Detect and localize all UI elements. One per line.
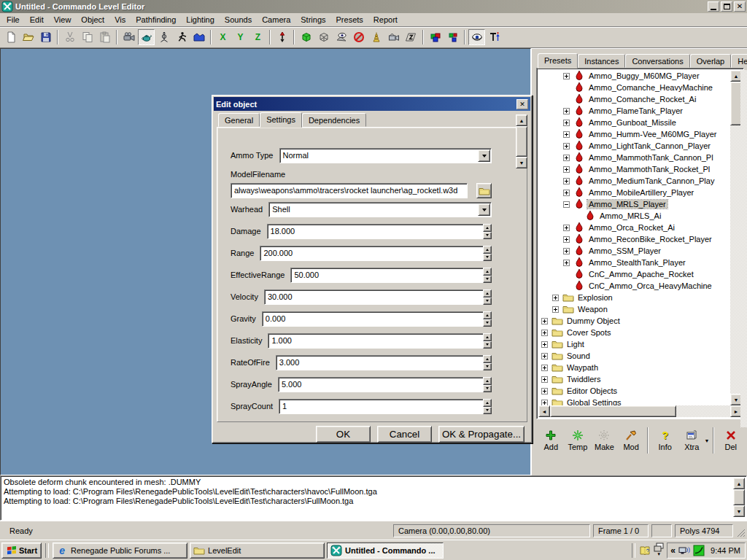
tree-item-cover-spots[interactable]: Cover Spots [538,327,730,338]
terrain-mesh-icon[interactable] [190,29,207,45]
spin-up-icon[interactable] [483,246,492,254]
spin-down-icon[interactable] [483,319,492,327]
dropdown-arrow-icon[interactable] [478,203,490,216]
axis-y-icon[interactable]: Y [232,29,249,45]
spin-down-icon[interactable] [483,276,492,284]
scroll-down-icon[interactable]: ▼ [516,157,527,168]
menu-pathfinding[interactable]: Pathfinding [131,14,181,26]
help-book-icon[interactable] [639,545,651,556]
spin-up-icon[interactable] [483,399,492,407]
tree-item-ammo-ssm-player[interactable]: Ammo_SSM_Player [538,245,730,257]
tree-item-ammo-comanche-heavymachine[interactable]: Ammo_Comanche_HeavyMachine [538,82,730,93]
browse-button[interactable] [476,183,492,198]
menu-lighting[interactable]: Lighting [181,14,220,26]
tree-item-ammo-orca-rocket-ai[interactable]: Ammo_Orca_Rocket_Ai [538,222,730,233]
expand-plus-icon[interactable] [563,236,573,243]
minimize-button[interactable] [708,1,719,12]
dialog-close-button[interactable]: ✕ [516,99,528,109]
expand-plus-icon[interactable] [541,376,551,383]
tree-item-weapon[interactable]: Weapon [538,303,730,315]
temp-button[interactable]: Temp [565,425,592,456]
render-teapot-icon[interactable] [138,29,155,45]
rateoffire-input[interactable]: 3.000 [276,355,483,370]
expand-plus-icon[interactable] [563,73,573,79]
info-button[interactable]: ?Info [651,425,678,456]
spin-down-icon[interactable] [483,254,492,262]
tree-item-waypath[interactable]: Waypath [538,362,730,373]
damage-input[interactable]: 18.000 [267,224,483,239]
warhead-combobox[interactable]: Shell [268,202,492,217]
text-markers-icon[interactable] [486,29,503,45]
tree-horizontal-scrollbar[interactable]: ◄ ► [538,405,742,417]
expand-plus-icon[interactable] [552,306,562,313]
camera-view-icon[interactable] [120,29,137,45]
wire-box-icon[interactable] [315,29,332,45]
tree-item-cnc-ammo-orca-heavymachine[interactable]: CnC_Ammo_Orca_HeavyMachine [538,280,730,292]
tree-item-ammo-stealthtank-player[interactable]: Ammo_StealthTank_Player [538,257,730,268]
expand-plus-icon[interactable] [552,295,562,301]
expand-plus-icon[interactable] [563,178,573,184]
xtra-dropdown-icon[interactable]: ▼ [704,438,711,443]
dialog-tab-dependencies[interactable]: Dependencies [302,113,366,127]
ammo-type-combobox[interactable]: Normal [279,148,492,163]
gravity-input[interactable]: 0.000 [262,311,483,327]
tree-item-explosion[interactable]: Explosion [538,292,730,303]
tray-collapse-button[interactable]: « [670,545,676,556]
expand-plus-icon[interactable] [563,108,573,114]
tab-instances[interactable]: Instances [578,54,625,68]
effectiverange-input[interactable]: 50.000 [290,268,483,283]
spin-down-icon[interactable] [483,298,492,306]
dialog-tab-general[interactable]: General [218,113,260,127]
menu-vis[interactable]: Vis [109,14,131,26]
ok-propagate-button[interactable]: OK & Propagate... [438,426,525,443]
object-palette-icon[interactable] [444,29,461,45]
menu-edit[interactable]: Edit [25,14,49,26]
menu-strings[interactable]: Strings [295,14,330,26]
tree-item-ammo-reconbike-rocket-player[interactable]: Ammo_ReconBike_Rocket_Player [538,233,730,245]
log-scrollbar[interactable]: ▲ ▼ [733,478,745,518]
cancel-button[interactable]: Cancel [377,426,432,443]
xtra-button[interactable]: Xtra [678,425,705,456]
open-file-icon[interactable] [20,29,36,45]
dialog-tab-settings[interactable]: Settings [260,112,302,128]
vis-points-icon[interactable] [333,29,349,45]
show-paths-icon[interactable] [468,29,485,45]
expand-plus-icon[interactable] [563,166,573,173]
expand-plus-icon[interactable] [541,341,551,348]
dialog-titlebar[interactable]: Edit object ✕ [214,97,530,111]
z-editing-icon[interactable] [403,29,419,45]
close-button[interactable]: ✕ [734,1,746,12]
spin-up-icon[interactable] [483,224,492,232]
tab-conversations[interactable]: Conversations [625,54,689,68]
add-button[interactable]: Add [538,425,565,456]
tree-item-sound[interactable]: Sound [538,350,730,362]
axis-rotate-icon[interactable] [155,29,172,45]
axis-x-icon[interactable]: X [214,29,231,45]
spin-down-icon[interactable] [483,385,492,393]
tree-item-global-settings[interactable]: Global Settings [538,397,730,405]
drop-to-ground-icon[interactable] [274,29,290,45]
tree-item-ammo-comanche-rocket-ai[interactable]: Ammo_Comanche_Rocket_Ai [538,93,730,105]
spin-up-icon[interactable] [483,268,492,276]
menu-object[interactable]: Object [76,14,109,26]
object-cubes-icon[interactable] [427,29,444,45]
expand-plus-icon[interactable] [563,131,573,138]
network-icon[interactable] [678,545,690,556]
velocity-input[interactable]: 30.000 [264,289,483,305]
expand-plus-icon[interactable] [563,225,573,231]
tree-item-twiddlers[interactable]: Twiddlers [538,373,730,385]
expand-plus-icon[interactable] [541,318,551,324]
tree-item-ammo-mrls-player[interactable]: Ammo_MRLS_Player [538,198,730,210]
tree-item-ammo-mediumtank-cannon-play[interactable]: Ammo_MediumTank_Cannon_Play [538,175,730,187]
expand-minus-icon[interactable] [563,201,573,208]
del-button[interactable]: Del [717,425,744,456]
tree-item-ammo-mammothtank-rocket-pl[interactable]: Ammo_MammothTank_Rocket_Pl [538,163,730,175]
range-input[interactable]: 200.000 [260,246,483,261]
expand-plus-icon[interactable] [541,353,551,359]
axis-z-icon[interactable]: Z [249,29,266,45]
tree-item-editor-objects[interactable]: Editor Objects [538,385,730,397]
spin-down-icon[interactable] [483,407,492,415]
expand-plus-icon[interactable] [541,400,551,406]
sprayangle-input[interactable]: 5.000 [278,377,483,392]
tree-item-ammo-mobileartillery-player[interactable]: Ammo_MobileArtillery_Player [538,187,730,198]
